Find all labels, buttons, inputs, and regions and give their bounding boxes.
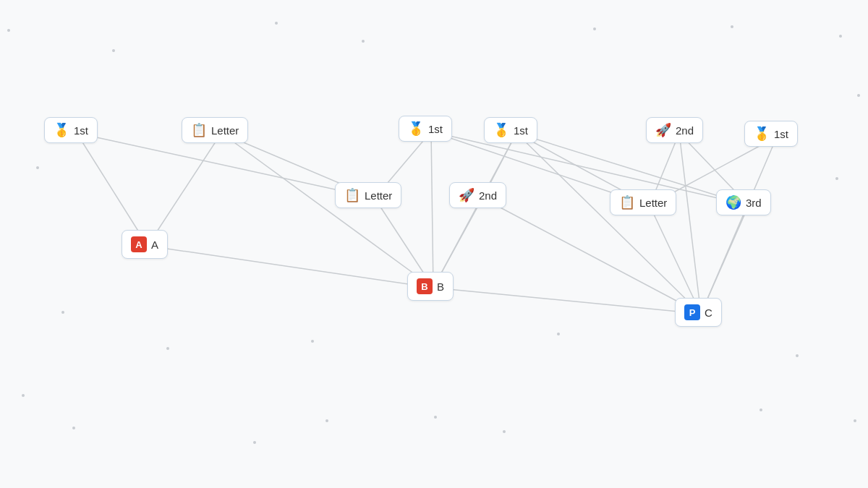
edge-line [433, 133, 516, 288]
graph-node-n3[interactable]: AA [122, 230, 168, 259]
background-dot [593, 27, 596, 30]
graph-node-n8[interactable]: BB [407, 272, 454, 301]
medal-icon: 🥇 [754, 127, 770, 140]
node-label: 3rd [746, 197, 762, 209]
background-dot [362, 40, 365, 43]
background-dot [854, 419, 856, 422]
edge-line [516, 133, 701, 314]
node-label: 1st [514, 124, 528, 137]
medal-icon: 🥇 [408, 122, 424, 135]
medal-icon: 🥇 [493, 124, 509, 137]
graph-canvas: 🥇1st📋LetterAA🥇1st📋Letter🚀2nd🥇1stBB🚀2nd🥇1… [0, 0, 868, 488]
background-dot [434, 416, 437, 419]
edge-line [433, 288, 701, 314]
background-dot [275, 22, 278, 25]
edge-line [148, 133, 221, 246]
rocket-icon: 🚀 [459, 189, 475, 202]
graph-node-n9[interactable]: 🚀2nd [646, 117, 703, 143]
background-dot [22, 394, 25, 397]
background-dot [253, 441, 256, 444]
edge-line [679, 133, 701, 314]
background-dot [796, 354, 799, 357]
background-dot [61, 311, 64, 314]
background-dot [835, 177, 838, 180]
background-dot [7, 29, 10, 32]
background-dot [311, 340, 314, 343]
background-dot [166, 347, 169, 350]
node-label: 1st [74, 124, 88, 137]
graph-node-n10[interactable]: 🥇1st [744, 121, 798, 147]
medal-icon: 🥇 [54, 124, 69, 137]
edge-line [431, 132, 433, 288]
background-dot [36, 166, 39, 169]
badge-c: P [684, 304, 700, 320]
graph-node-n12[interactable]: 🌍3rd [716, 189, 771, 215]
edge-line [77, 133, 148, 246]
globe-icon: 🌍 [726, 196, 741, 209]
graph-node-n2[interactable]: 📋Letter [182, 117, 248, 143]
node-label: A [151, 239, 158, 251]
background-dot [760, 408, 762, 411]
graph-node-n7[interactable]: 🥇1st [484, 117, 537, 143]
node-label: 1st [428, 123, 443, 135]
badge-b: B [417, 278, 433, 294]
background-dot [731, 25, 733, 28]
node-label: 2nd [479, 189, 497, 202]
background-dot [72, 427, 75, 429]
letter-icon: 📋 [191, 124, 207, 137]
background-dot [557, 333, 560, 335]
graph-node-n1[interactable]: 🥇1st [44, 117, 98, 143]
background-dot [326, 419, 328, 422]
graph-node-n13[interactable]: PC [675, 298, 722, 327]
node-label: 2nd [676, 124, 694, 137]
node-label: C [705, 307, 712, 319]
badge-a: A [131, 236, 147, 252]
edge-line [148, 246, 433, 288]
node-label: Letter [211, 124, 239, 137]
background-dot [839, 35, 842, 38]
background-dot [503, 430, 506, 433]
graph-node-n6[interactable]: 🚀2nd [449, 182, 506, 208]
node-label: Letter [365, 189, 392, 202]
letter-icon: 📋 [344, 189, 360, 202]
rocket-icon: 🚀 [655, 124, 671, 137]
background-dot [857, 94, 860, 97]
edge-line [701, 137, 777, 314]
edge-line [482, 198, 701, 314]
node-label: Letter [639, 197, 667, 209]
letter-icon: 📋 [619, 196, 635, 209]
graph-node-n5[interactable]: 📋Letter [335, 182, 401, 208]
edge-line [221, 133, 433, 288]
graph-node-n11[interactable]: 📋Letter [610, 189, 676, 215]
graph-node-n4[interactable]: 🥇1st [399, 116, 452, 142]
node-label: B [437, 281, 444, 293]
node-label: 1st [774, 128, 788, 140]
background-dot [112, 49, 115, 52]
